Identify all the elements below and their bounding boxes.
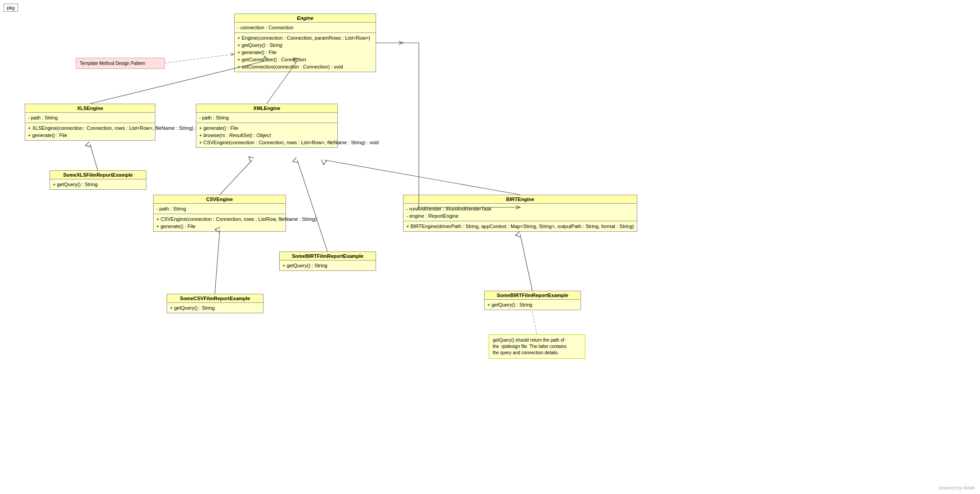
birt-engine-class: BIRTEngine - runAndRender : IRunAndRende… <box>403 195 637 232</box>
engine-header: Engine <box>235 14 376 23</box>
engine-attributes: - connection : Connection <box>235 23 376 33</box>
some-xls-class: SomeXLSFilmReportExample + getQuery() : … <box>50 170 146 190</box>
csv-engine-methods: + CSVEngine(connection : Connection, row… <box>154 214 286 231</box>
xls-engine-methods: + XLSEngine(connection : Connection, row… <box>25 123 155 140</box>
some-csv-class: SomeCSVFilmReportExample + getQuery() : … <box>167 294 263 313</box>
xls-engine-class: XLSEngine - path : String + XLSEngine(co… <box>25 104 155 141</box>
pkg-label: pkg <box>4 4 18 12</box>
svg-line-6 <box>297 160 327 252</box>
diagram-container: pkg Engine - connection : Connection + E… <box>0 0 980 494</box>
template-method-note: Template Method Design Pattern <box>76 58 165 69</box>
csv-engine-header: CSVEngine <box>154 195 286 204</box>
xls-engine-header: XLSEngine <box>25 104 155 113</box>
svg-line-3 <box>324 160 520 195</box>
some-birt1-header: SomeBIRTFilmReportExample <box>280 252 376 261</box>
some-xls-methods: + getQuery() : String <box>50 179 146 189</box>
xls-engine-attributes: - path : String <box>25 113 155 123</box>
some-birt2-header: SomeBIRTFilmReportExample <box>485 291 581 300</box>
svg-line-2 <box>220 160 252 195</box>
engine-methods: + Engine(connection : Connection, paramR… <box>235 33 376 72</box>
birt-note-text: getQuery() should return the path ofthe … <box>493 338 567 355</box>
some-birt2-methods: + getQuery() : String <box>485 300 581 310</box>
some-csv-methods: + getQuery() : String <box>167 303 263 313</box>
birt-engine-attributes: - runAndRender : IRunAndRenderTask - eng… <box>404 204 637 221</box>
svg-line-4 <box>90 144 98 170</box>
arrows-svg <box>0 0 980 494</box>
svg-line-8 <box>165 54 234 63</box>
birt-engine-header: BIRTEngine <box>404 195 637 204</box>
xml-engine-attributes: - path : String <box>196 113 337 123</box>
some-xls-header: SomeXLSFilmReportExample <box>50 171 146 179</box>
birt-engine-methods: + BIRTEngine(driverPath : String, appCon… <box>404 221 637 231</box>
svg-line-9 <box>532 311 537 334</box>
template-note-text: Template Method Design Pattern <box>80 61 145 66</box>
some-birt2-class: SomeBIRTFilmReportExample + getQuery() :… <box>484 291 581 310</box>
svg-line-5 <box>215 230 220 294</box>
xml-engine-header: XMLEngine <box>196 104 337 113</box>
svg-line-7 <box>520 234 532 291</box>
csv-engine-class: CSVEngine - path : String + CSVEngine(co… <box>153 195 286 232</box>
xml-engine-class: XMLEngine - path : String + generate() :… <box>196 104 338 148</box>
csv-engine-attributes: - path : String <box>154 204 286 214</box>
engine-class: Engine - connection : Connection + Engin… <box>234 14 376 72</box>
some-birt1-methods: + getQuery() : String <box>280 261 376 270</box>
some-csv-header: SomeCSVFilmReportExample <box>167 294 263 303</box>
some-birt1-class: SomeBIRTFilmReportExample + getQuery() :… <box>279 252 376 271</box>
watermark: powered by Astah <box>939 485 975 490</box>
birt-note: getQuery() should return the path ofthe … <box>489 334 585 359</box>
xml-engine-methods: + generate() : File + browse(rs : Result… <box>196 123 337 147</box>
